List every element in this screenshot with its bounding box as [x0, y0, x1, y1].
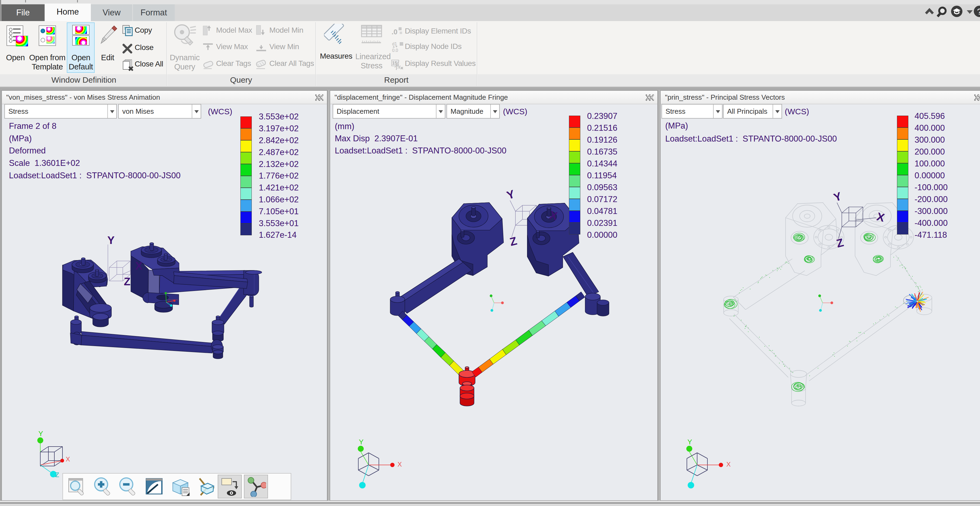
- svg-text:Y: Y: [107, 234, 115, 246]
- svg-text:Z: Z: [124, 276, 130, 287]
- svg-text:Z: Z: [508, 234, 518, 248]
- svg-text:d1: d1: [392, 41, 397, 46]
- svg-text:Z: Z: [55, 471, 59, 479]
- svg-text:.0: .0: [391, 28, 398, 36]
- svg-text:X: X: [398, 461, 402, 468]
- svg-text:Y: Y: [832, 190, 843, 204]
- svg-text:Y: Y: [38, 430, 43, 438]
- svg-text:X: X: [135, 260, 143, 272]
- svg-text:Y: Y: [687, 438, 692, 446]
- svg-text:Z: Z: [835, 236, 845, 250]
- svg-text:?: ?: [977, 7, 980, 16]
- svg-text:Y: Y: [359, 438, 363, 446]
- svg-text:max disp mag: max disp mag: [168, 299, 178, 300]
- svg-text:0.0: 0.0: [392, 48, 398, 53]
- svg-text:X: X: [66, 455, 70, 463]
- svg-text:Y: Y: [505, 187, 516, 202]
- svg-text:X: X: [875, 210, 886, 224]
- svg-text:X: X: [726, 461, 731, 468]
